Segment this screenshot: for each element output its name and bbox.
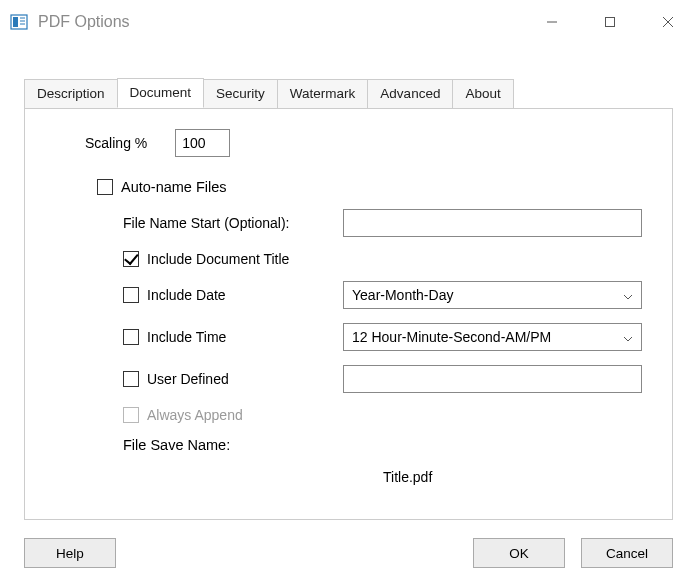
cancel-button[interactable]: Cancel <box>581 538 673 568</box>
date-format-value: Year-Month-Day <box>352 287 453 303</box>
include-time-checkbox[interactable] <box>123 329 139 345</box>
user-defined-label: User Defined <box>147 371 229 387</box>
auto-name-row: Auto-name Files <box>97 179 642 195</box>
user-defined-row: User Defined <box>123 365 642 393</box>
file-name-start-input[interactable] <box>343 209 642 237</box>
always-append-checkbox <box>123 407 139 423</box>
svg-rect-1 <box>13 17 18 27</box>
minimize-button[interactable] <box>523 0 581 44</box>
time-format-select[interactable]: 12 Hour-Minute-Second-AM/PM <box>343 323 642 351</box>
include-title-row: Include Document Title <box>123 251 642 267</box>
pdf-options-window: PDF Options Description Document Securit… <box>0 0 697 580</box>
button-bar: Help OK Cancel <box>24 538 673 568</box>
tab-advanced[interactable]: Advanced <box>367 79 453 109</box>
chevron-down-icon <box>623 287 633 303</box>
spacer <box>132 538 457 568</box>
include-time-row: Include Time 12 Hour-Minute-Second-AM/PM <box>123 323 642 351</box>
file-name-start-row: File Name Start (Optional): <box>123 209 642 237</box>
app-icon <box>10 13 28 31</box>
tab-description[interactable]: Description <box>24 79 118 109</box>
auto-name-checkbox[interactable] <box>97 179 113 195</box>
maximize-button[interactable] <box>581 0 639 44</box>
auto-name-label: Auto-name Files <box>121 179 227 195</box>
tab-security[interactable]: Security <box>203 79 278 109</box>
close-button[interactable] <box>639 0 697 44</box>
always-append-row: Always Append <box>123 407 642 423</box>
include-date-label: Include Date <box>147 287 226 303</box>
time-format-value: 12 Hour-Minute-Second-AM/PM <box>352 329 551 345</box>
include-time-label: Include Time <box>147 329 226 345</box>
help-button[interactable]: Help <box>24 538 116 568</box>
scaling-row: Scaling % <box>65 129 642 157</box>
scaling-input[interactable] <box>175 129 230 157</box>
window-title: PDF Options <box>38 13 523 31</box>
user-defined-checkbox[interactable] <box>123 371 139 387</box>
tab-document[interactable]: Document <box>117 78 205 108</box>
file-save-name-value: Title.pdf <box>123 469 642 485</box>
window-buttons <box>523 0 697 44</box>
chevron-down-icon <box>623 329 633 345</box>
svg-rect-6 <box>606 18 615 27</box>
tab-about[interactable]: About <box>452 79 513 109</box>
tab-strip: Description Document Security Watermark … <box>24 78 673 108</box>
document-panel: Scaling % Auto-name Files File Name Star… <box>24 108 673 520</box>
include-title-label: Include Document Title <box>147 251 289 267</box>
user-defined-input[interactable] <box>343 365 642 393</box>
include-date-row: Include Date Year-Month-Day <box>123 281 642 309</box>
include-title-checkbox[interactable] <box>123 251 139 267</box>
content-area: Description Document Security Watermark … <box>0 44 697 580</box>
include-date-checkbox[interactable] <box>123 287 139 303</box>
ok-button[interactable]: OK <box>473 538 565 568</box>
date-format-select[interactable]: Year-Month-Day <box>343 281 642 309</box>
tab-watermark[interactable]: Watermark <box>277 79 369 109</box>
file-save-name-label: File Save Name: <box>123 437 642 453</box>
scaling-label: Scaling % <box>85 135 147 151</box>
always-append-label: Always Append <box>147 407 243 423</box>
file-name-start-label: File Name Start (Optional): <box>123 215 290 231</box>
titlebar: PDF Options <box>0 0 697 44</box>
